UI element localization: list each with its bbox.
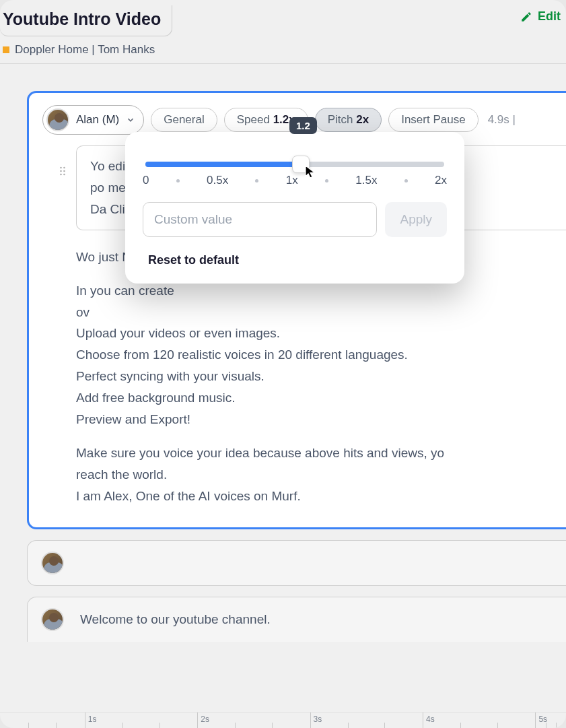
text-paragraph[interactable]: Upload your videos or even images. Choos… (76, 323, 566, 430)
timeline-segment (0, 713, 85, 728)
header-divider (0, 63, 566, 64)
secondary-block[interactable]: Welcome to our youtube channel. (27, 597, 566, 642)
text-paragraph[interactable]: ov (76, 302, 566, 323)
tick-label: 0 (143, 174, 149, 187)
custom-value-input[interactable] (143, 202, 377, 237)
chevron-down-icon (126, 115, 135, 125)
tick-label: 1.5x (355, 174, 377, 187)
text-line: Preview and Export! (76, 409, 566, 430)
slider-fill (145, 162, 301, 167)
breadcrumb: Doppler Home | Tom Hanks (0, 36, 566, 63)
timeline-segment: 3s (310, 713, 423, 728)
drag-handle-icon[interactable] (56, 164, 69, 178)
text-paragraph[interactable]: Make sure you voice your idea because ab… (76, 442, 566, 464)
slider-tooltip: 1.2 (289, 117, 317, 134)
pitch-value: 2x (356, 113, 369, 126)
slider-tick-labels: 0 0.5x 1x 1.5x 2x (143, 174, 447, 187)
text-paragraph[interactable]: reach the world. (76, 464, 566, 486)
secondary-block-empty[interactable] (27, 540, 566, 586)
speed-slider-track[interactable] (145, 162, 444, 167)
svg-point-1 (63, 167, 65, 169)
speed-label: Speed (237, 113, 270, 126)
svg-point-3 (63, 170, 65, 172)
tick-dot-icon (325, 179, 328, 183)
svg-point-0 (60, 167, 62, 169)
folder-marker-icon (3, 46, 9, 53)
voice-selector[interactable]: Alan (M) (42, 105, 144, 135)
edit-button[interactable]: Edit (520, 9, 561, 24)
text-paragraph[interactable]: I am Alex, One of the AI voices on Murf. (76, 486, 566, 507)
text-line: Perfect syncing with your visuals. (76, 366, 566, 387)
breadcrumb-text: Doppler Home | Tom Hanks (15, 43, 155, 57)
timeline-segment: 2s (197, 713, 310, 728)
svg-point-4 (60, 174, 62, 176)
text-line: Add free background music. (76, 387, 566, 409)
timeline-segment: 4s (423, 713, 535, 728)
pitch-pill[interactable]: Pitch 2x (315, 108, 382, 132)
timeline-ruler[interactable]: 1s 2s 3s 4s 5s (0, 712, 566, 728)
avatar (41, 608, 64, 631)
apply-button[interactable]: Apply (385, 202, 447, 237)
text-line: Upload your videos or even images. (76, 323, 566, 344)
svg-point-5 (63, 174, 65, 176)
page-title: Youtube Intro Video (0, 9, 161, 29)
insert-pause-pill[interactable]: Insert Pause (388, 108, 478, 132)
edit-label: Edit (538, 9, 561, 24)
general-pill[interactable]: General (151, 108, 217, 132)
timeline-segment: 1s (85, 713, 197, 728)
avatar (41, 552, 64, 574)
timeline-segment: 5s (535, 713, 566, 728)
svg-point-2 (60, 170, 62, 172)
tick-label: 1x (286, 174, 298, 187)
pitch-label: Pitch (328, 113, 353, 126)
tick-dot-icon (176, 179, 180, 183)
tick-dot-icon (255, 179, 258, 183)
reset-default-link[interactable]: Reset to default (143, 253, 447, 267)
secondary-text: Welcome to our youtube channel. (80, 612, 271, 627)
tick-label: 0.5x (207, 174, 228, 187)
text-line: Choose from 120 realistic voices in 20 d… (76, 344, 566, 366)
avatar (46, 108, 69, 131)
tick-label: 2x (435, 174, 447, 187)
slider-thumb[interactable] (292, 156, 310, 173)
pencil-icon (520, 11, 532, 23)
speed-popover: 1.2 0 0.5x 1x 1.5x 2x Apply Reset to def… (125, 132, 464, 284)
duration-label: 4.9s | (485, 113, 516, 127)
voice-name-label: Alan (M) (76, 113, 119, 127)
tick-dot-icon (404, 179, 408, 183)
